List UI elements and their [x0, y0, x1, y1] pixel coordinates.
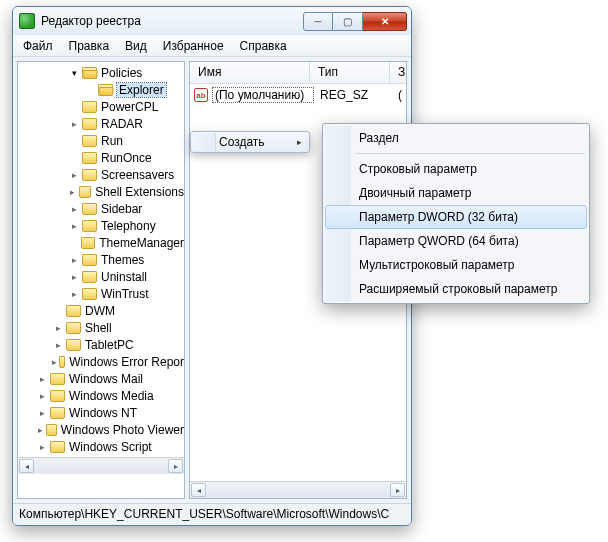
tree-node[interactable]: PowerCPL [18, 98, 184, 115]
expander-icon[interactable]: ▸ [52, 339, 64, 351]
values-hscrollbar[interactable]: ◂ ▸ [190, 481, 406, 498]
folder-icon [50, 373, 65, 385]
folder-icon [82, 118, 97, 130]
tree-node[interactable]: ▸RADAR [18, 115, 184, 132]
folder-icon [82, 254, 97, 266]
tree-node-label: RunOnce [101, 151, 152, 165]
tree-node-label: Run [101, 134, 123, 148]
expander-icon[interactable]: ▸ [68, 118, 80, 130]
scroll-left-btn[interactable]: ◂ [191, 483, 206, 497]
tree-node-label: Sidebar [101, 202, 142, 216]
tree-node[interactable]: ▸Windows Media [18, 387, 184, 404]
submenu-item[interactable]: Параметр QWORD (64 бита) [325, 229, 587, 253]
menu-file[interactable]: Файл [15, 37, 61, 55]
tree-node[interactable]: ▸WinTrust [18, 285, 184, 302]
expander-icon[interactable]: ▸ [36, 407, 48, 419]
menu-help[interactable]: Справка [232, 37, 295, 55]
tree-node[interactable]: ▸Telephony [18, 217, 184, 234]
menu-favorites[interactable]: Избранное [155, 37, 232, 55]
expander-icon[interactable]: ▸ [52, 322, 64, 334]
expander-icon[interactable]: ▸ [68, 288, 80, 300]
expander-icon[interactable]: ▸ [68, 271, 80, 283]
tree-node-label: DWM [85, 304, 115, 318]
tree-node[interactable]: Run [18, 132, 184, 149]
expander-icon[interactable]: ▸ [68, 220, 80, 232]
menubar: Файл Правка Вид Избранное Справка [13, 35, 411, 57]
tree-node[interactable]: ▸Windows NT [18, 404, 184, 421]
expander-icon[interactable]: ▸ [36, 441, 48, 453]
expander-icon[interactable]: ▾ [68, 67, 80, 79]
maximize-button[interactable]: ▢ [333, 12, 363, 31]
value-row[interactable]: ab (По умолчанию) REG_SZ ( [190, 86, 406, 104]
tree-node[interactable]: ▸Windows Photo Viewer [18, 421, 184, 438]
folder-icon [82, 203, 97, 215]
expander-icon[interactable]: ▸ [36, 373, 48, 385]
tree-node-label: Explorer [117, 83, 166, 97]
scroll-right-btn[interactable]: ▸ [390, 483, 405, 497]
statusbar: Компьютер\HKEY_CURRENT_USER\Software\Mic… [13, 503, 411, 525]
submenu-item[interactable]: Мультистроковый параметр [325, 253, 587, 277]
tree-node-label: Windows Photo Viewer [61, 423, 184, 437]
submenu-item[interactable]: Строковый параметр [325, 157, 587, 181]
context-menu-new[interactable]: Создать ▸ [190, 131, 310, 153]
column-type[interactable]: Тип [310, 62, 390, 83]
expander-icon[interactable]: ▸ [36, 424, 44, 436]
tree-node[interactable]: RunOnce [18, 149, 184, 166]
tree-node-label: Shell [85, 321, 112, 335]
tree-node[interactable]: DWM [18, 302, 184, 319]
tree-node-label: Themes [101, 253, 144, 267]
expander-icon[interactable]: ▸ [68, 203, 80, 215]
minimize-button[interactable]: ─ [303, 12, 333, 31]
tree-node[interactable]: ▸Shell [18, 319, 184, 336]
value-name[interactable]: (По умолчанию) [212, 87, 314, 103]
tree-node-label: PowerCPL [101, 100, 158, 114]
tree-pane[interactable]: ▾PoliciesExplorerPowerCPL▸RADARRunRunOnc… [17, 61, 185, 499]
tree-node[interactable]: ▸Windows Mail [18, 370, 184, 387]
tree-node[interactable]: ▸Uninstall [18, 268, 184, 285]
menu-view[interactable]: Вид [117, 37, 155, 55]
tree-node[interactable]: ▸Sidebar [18, 200, 184, 217]
folder-icon [82, 135, 97, 147]
tree-node-label: TabletPC [85, 338, 134, 352]
submenu-item[interactable]: Раздел [325, 126, 587, 150]
column-extra[interactable]: З [390, 62, 406, 83]
tree-node[interactable]: ▸Windows Script [18, 438, 184, 455]
expander-icon[interactable]: ▸ [68, 186, 77, 198]
tree-node[interactable]: ▸TabletPC [18, 336, 184, 353]
tree-node[interactable]: ▸Screensavers [18, 166, 184, 183]
tree-node[interactable]: ▾Policies [18, 64, 184, 81]
close-button[interactable]: ✕ [363, 12, 407, 31]
folder-icon [66, 305, 81, 317]
tree-node-label: Windows Media [69, 389, 154, 403]
folder-icon [82, 220, 97, 232]
tree-node[interactable]: ▸Themes [18, 251, 184, 268]
menu-edit[interactable]: Правка [61, 37, 118, 55]
expander-icon[interactable]: ▸ [52, 356, 57, 368]
tree-node[interactable]: ▸Windows Error Repor [18, 353, 184, 370]
tree-hscrollbar[interactable]: ◂ ▸ [18, 457, 184, 474]
tree-node-label: Screensavers [101, 168, 174, 182]
scroll-right-btn[interactable]: ▸ [168, 459, 183, 473]
window-title: Редактор реестра [41, 14, 303, 28]
submenu-item[interactable]: Двоичный параметр [325, 181, 587, 205]
menu-separator [355, 153, 585, 154]
folder-icon [98, 84, 113, 96]
scroll-left-btn[interactable]: ◂ [19, 459, 34, 473]
tree-node-label: Uninstall [101, 270, 147, 284]
expander-icon[interactable]: ▸ [68, 254, 80, 266]
submenu-item[interactable]: Параметр DWORD (32 бита) [325, 205, 587, 229]
titlebar[interactable]: Редактор реестра ─ ▢ ✕ [13, 7, 411, 35]
tree-node-label: Windows NT [69, 406, 137, 420]
tree-node-label: Windows Mail [69, 372, 143, 386]
folder-icon [66, 339, 81, 351]
expander-icon[interactable]: ▸ [68, 169, 80, 181]
tree-node[interactable]: ThemeManager [18, 234, 184, 251]
app-icon [19, 13, 35, 29]
column-name[interactable]: Имя [190, 62, 310, 83]
expander-icon[interactable]: ▸ [36, 390, 48, 402]
tree-node[interactable]: ▸Shell Extensions [18, 183, 184, 200]
value-data-truncated: ( [398, 88, 402, 102]
folder-icon [82, 152, 97, 164]
tree-node[interactable]: Explorer [18, 81, 184, 98]
submenu-item[interactable]: Расширяемый строковый параметр [325, 277, 587, 301]
